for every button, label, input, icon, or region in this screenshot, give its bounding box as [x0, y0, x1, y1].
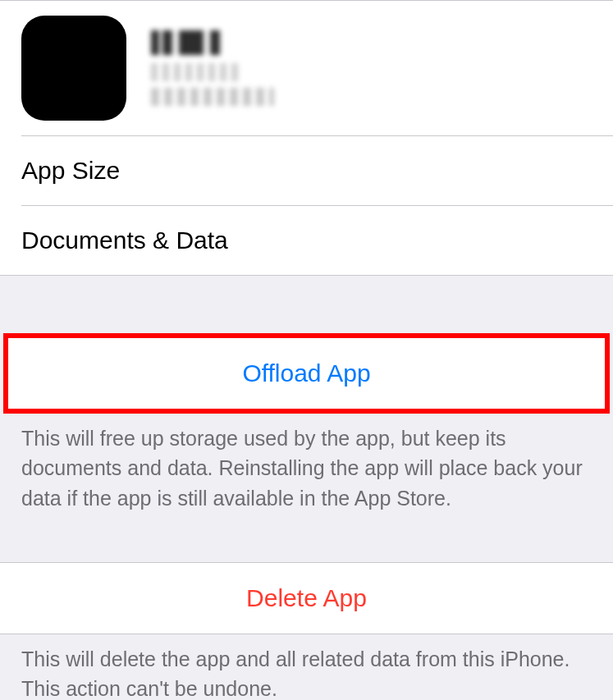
- offload-app-button[interactable]: Offload App: [8, 338, 605, 409]
- app-size-row: App Size: [0, 136, 613, 205]
- documents-data-row: Documents & Data: [0, 206, 613, 275]
- delete-description: This will delete the app and all related…: [0, 634, 613, 700]
- app-name-redacted: [151, 30, 258, 55]
- offload-app-label: Offload App: [242, 359, 370, 387]
- app-size-label: App Size: [21, 157, 120, 184]
- app-icon: [21, 16, 126, 121]
- app-developer-redacted: [151, 88, 274, 106]
- delete-app-button[interactable]: Delete App: [0, 562, 613, 634]
- offload-description: This will free up storage used by the ap…: [0, 414, 613, 513]
- app-subtitle-redacted: [151, 63, 241, 81]
- delete-app-label: Delete App: [246, 584, 367, 611]
- documents-data-label: Documents & Data: [21, 226, 228, 254]
- app-header: [0, 1, 613, 135]
- offload-highlight: Offload App: [3, 333, 610, 414]
